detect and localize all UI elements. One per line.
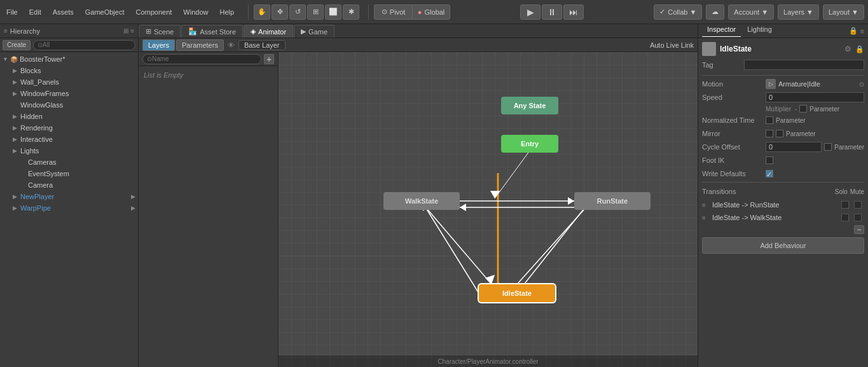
inspector-panel: Inspector Lighting 🔒 ≡ IdleState ⚙ 🔒 Tag xyxy=(698,24,868,367)
collab-check: ✓ xyxy=(659,8,665,16)
hierarchy-panel: ≡ Hierarchy ⊞ ≡ Create ▼ 📦 BoosterTower*… xyxy=(0,24,139,367)
mirror-checkbox[interactable] xyxy=(766,130,773,137)
menu-window[interactable]: Window xyxy=(181,7,210,17)
multiplier-label: Multiplier xyxy=(766,106,791,113)
move-tool[interactable]: ✥ xyxy=(272,4,288,20)
list-item[interactable]: ▶ WarpPipe ▶ xyxy=(0,202,138,214)
tab-inspector[interactable]: Inspector xyxy=(702,25,741,37)
motion-select-icon[interactable]: ⊙ xyxy=(859,81,864,88)
play-button[interactable]: ▶ xyxy=(520,4,541,20)
tab-lighting[interactable]: Lighting xyxy=(742,25,777,37)
menu-assets[interactable]: Assets xyxy=(50,7,76,17)
gear-icon[interactable]: ⚙ xyxy=(844,45,851,53)
parameter-label-speed: Parameter xyxy=(809,106,839,113)
list-item[interactable]: ▶ WindowFrames xyxy=(0,88,138,99)
pivot-button[interactable]: ⊙ Pivot xyxy=(374,4,412,20)
motion-file-icon: ▷ xyxy=(766,79,776,89)
rotate-tool[interactable]: ↺ xyxy=(289,4,306,20)
tag-input[interactable] xyxy=(744,60,864,70)
hand-tool[interactable]: ✋ xyxy=(254,4,270,20)
transition-item-2[interactable]: ≡ IdleState -> WalkState xyxy=(702,212,864,223)
menu-component[interactable]: Component xyxy=(133,7,174,17)
hierarchy-item-label: Rendering xyxy=(20,124,53,132)
tab-asset-store[interactable]: 🏪 Asset Store xyxy=(181,25,243,38)
scale-tool[interactable]: ⊞ xyxy=(307,4,324,20)
normalized-time-checkbox[interactable] xyxy=(766,116,773,124)
idle-state-node[interactable]: IdleState xyxy=(479,284,555,302)
run-state-label: RunState xyxy=(597,197,628,205)
layers-button[interactable]: Layers ▼ xyxy=(778,4,819,20)
hierarchy-root-item[interactable]: ▼ 📦 BoosterTower* xyxy=(0,53,138,65)
menu-file[interactable]: File xyxy=(4,7,20,17)
params-search[interactable] xyxy=(142,54,261,64)
menu-help[interactable]: Help xyxy=(217,7,237,17)
transform-tool[interactable]: ✱ xyxy=(343,4,359,20)
list-item[interactable]: ▶ Blocks xyxy=(0,65,138,76)
layers-tab[interactable]: Layers xyxy=(142,39,175,51)
graph-area[interactable]: Any State Entry WalkState RunState IdleS… xyxy=(279,52,698,367)
transition-item-1[interactable]: ≡ IdleState -> RunState xyxy=(702,199,864,211)
trans-solo-checkbox-1[interactable] xyxy=(841,201,849,209)
collab-button[interactable]: ✓ Collab ▼ xyxy=(654,4,702,20)
mirror-param-checkbox[interactable] xyxy=(776,130,783,137)
run-state-node[interactable]: RunState xyxy=(574,192,651,210)
any-state-node[interactable]: Any State xyxy=(501,97,558,114)
list-item[interactable]: ▶ Hidden xyxy=(0,111,138,122)
trans-mute-checkbox-1[interactable] xyxy=(854,201,862,209)
trans-solo-checkbox-2[interactable] xyxy=(841,214,849,221)
speed-field[interactable] xyxy=(766,92,864,102)
global-label: Global xyxy=(425,8,445,16)
pause-button[interactable]: ⏸ xyxy=(542,4,562,20)
hierarchy-item-label: BoosterTower* xyxy=(20,55,65,63)
speed-param-checkbox[interactable] xyxy=(799,105,807,113)
list-item[interactable]: ▶ Camera xyxy=(0,179,138,191)
global-button[interactable]: ● Global xyxy=(412,4,450,20)
graph-footer: Character/PlayerAnimator.controller xyxy=(279,356,698,367)
auto-live-link[interactable]: Auto Live Link xyxy=(650,41,694,49)
entry-node[interactable]: Entry xyxy=(501,135,558,153)
layout-button[interactable]: Layout ▼ xyxy=(823,4,864,20)
trans-icon-2: ≡ xyxy=(702,214,710,221)
lock2-icon[interactable]: 🔒 xyxy=(855,45,864,53)
add-behaviour-button[interactable]: Add Behaviour xyxy=(702,237,864,254)
hierarchy-search[interactable] xyxy=(33,40,135,50)
tab-scene[interactable]: ⊞ Scene xyxy=(139,25,181,38)
cycle-offset-checkbox[interactable] xyxy=(824,143,832,151)
add-param-button[interactable]: + xyxy=(264,54,274,64)
menu-edit[interactable]: Edit xyxy=(27,7,44,17)
arrow-icon: ▶ xyxy=(13,113,20,120)
inspector-menu-icon[interactable]: ≡ xyxy=(860,27,864,35)
trans-mute-checkbox-2[interactable] xyxy=(854,214,862,221)
foot-ik-checkbox[interactable] xyxy=(766,156,773,164)
list-item[interactable]: ▶ Cameras xyxy=(0,156,138,168)
rect-tool[interactable]: ⬜ xyxy=(325,4,341,20)
pivot-label: Pivot xyxy=(390,8,405,16)
create-button[interactable]: Create xyxy=(3,40,31,50)
cycle-offset-field[interactable] xyxy=(766,142,822,152)
tab-game[interactable]: ▶ Game xyxy=(294,25,334,38)
list-item[interactable]: ▶ NewPlayer ▶ xyxy=(0,191,138,202)
write-defaults-checkbox[interactable]: ✓ xyxy=(766,170,773,177)
list-item[interactable]: ▶ Interactive xyxy=(0,134,138,145)
walk-state-node[interactable]: WalkState xyxy=(383,192,460,210)
tab-animator[interactable]: ◈ Animator xyxy=(244,25,293,38)
list-item[interactable]: ▶ Lights xyxy=(0,145,138,156)
lock-icon[interactable]: 🔒 xyxy=(849,27,858,35)
normalized-time-value: Parameter xyxy=(766,116,864,124)
list-item[interactable]: ▶ Rendering xyxy=(0,122,138,134)
eye-icon[interactable]: 👁 xyxy=(228,41,235,49)
menu-gameobject[interactable]: GameObject xyxy=(83,7,127,17)
remove-transition-button[interactable]: − xyxy=(854,225,864,234)
parameters-tab[interactable]: Parameters xyxy=(176,39,224,51)
normalized-time-check: Parameter xyxy=(766,116,806,124)
cloud-button[interactable]: ☁ xyxy=(706,4,724,20)
list-item[interactable]: ▶ WindowGlass xyxy=(0,99,138,111)
account-button[interactable]: Account ▼ xyxy=(728,4,774,20)
add-behaviour-label: Add Behaviour xyxy=(760,242,806,249)
arrow-icon: ▶ xyxy=(13,90,20,97)
hierarchy-settings[interactable]: ⊞ ≡ xyxy=(123,27,134,34)
list-item[interactable]: ▶ EventSystem xyxy=(0,168,138,179)
step-button[interactable]: ⏭ xyxy=(563,4,584,20)
state-name: IdleState xyxy=(720,45,752,53)
list-item[interactable]: ▶ Wall_Panels xyxy=(0,76,138,88)
